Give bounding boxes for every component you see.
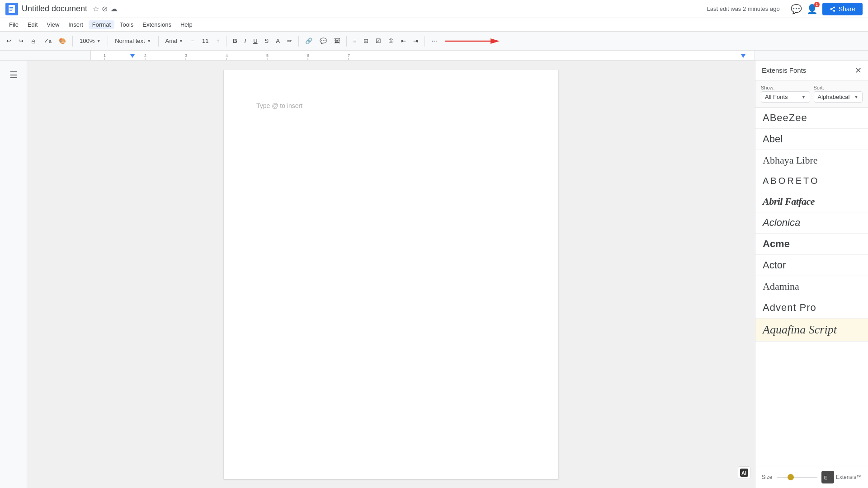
extensis-controls: Show: All Fonts ▼ Sort: Alphabetical ▼	[755, 80, 868, 108]
checklist-button[interactable]: ☑	[373, 36, 384, 46]
document-title[interactable]: Untitled document	[22, 4, 87, 14]
font-size-field[interactable]: 11	[199, 35, 212, 47]
comment-add-button[interactable]: 💬	[317, 36, 330, 46]
main-area: ☰ Type @ to insert AI Extensis Fonts ✕ S…	[0, 61, 868, 488]
sort-select[interactable]: Alphabetical ▼	[814, 91, 863, 103]
svg-text:6: 6	[307, 53, 309, 58]
extensis-footer: Size E Extensis™	[755, 466, 868, 488]
spell-check-button[interactable]: ✓a	[41, 36, 54, 46]
font-size-increase[interactable]: +	[214, 36, 223, 46]
redo-button[interactable]: ↪	[16, 36, 26, 46]
font-arrow: ▼	[179, 38, 184, 43]
document-placeholder: Type @ to insert	[256, 102, 526, 109]
menu-format[interactable]: Format	[89, 20, 114, 29]
font-item-aclonica[interactable]: Aclonica	[755, 212, 868, 234]
svg-text:4: 4	[226, 53, 228, 58]
sort-select-arrow: ▼	[854, 94, 859, 99]
svg-rect-3	[9, 10, 12, 11]
title-bar: Untitled document ☆ ⊘ ☁ Last edit was 2 …	[0, 0, 868, 18]
history-icon[interactable]: ⊘	[102, 5, 108, 13]
font-dropdown[interactable]: Arial ▼	[162, 35, 187, 47]
font-size-decrease[interactable]: −	[188, 36, 197, 46]
show-label: Show:	[761, 85, 810, 90]
separator-2	[108, 36, 108, 47]
font-item-acme[interactable]: Acme	[755, 234, 868, 255]
menu-insert[interactable]: Insert	[65, 20, 87, 29]
more-tools-button[interactable]: ⋯	[429, 36, 440, 46]
menu-file[interactable]: File	[5, 20, 22, 29]
style-dropdown[interactable]: Normal text ▼	[112, 35, 154, 47]
outline-icon[interactable]: ☰	[9, 70, 18, 80]
font-item-aboreto[interactable]: ABORETO	[755, 171, 868, 191]
svg-rect-1	[9, 7, 13, 8]
strikethrough-button[interactable]: S	[262, 36, 272, 46]
menu-tools[interactable]: Tools	[116, 20, 137, 29]
share-button[interactable]: Share	[822, 3, 863, 15]
underline-button[interactable]: U	[250, 36, 260, 46]
highlight-button[interactable]: ✏	[284, 36, 295, 46]
style-arrow: ▼	[147, 38, 151, 43]
align-button[interactable]: ≡	[350, 36, 359, 46]
extensis-fonts-panel: Extensis Fonts ✕ Show: All Fonts ▼ Sort:…	[755, 61, 868, 488]
assistant-icon[interactable]: AI	[738, 466, 750, 479]
document-area[interactable]: Type @ to insert AI	[27, 61, 755, 488]
print-button[interactable]: 🖨	[28, 36, 39, 46]
menu-help[interactable]: Help	[177, 20, 196, 29]
menu-bar: File Edit View Insert Format Tools Exten…	[0, 18, 868, 32]
font-item-abril-fatface[interactable]: Abril Fatface	[755, 191, 868, 212]
bullet-list-button[interactable]: ⊞	[361, 36, 371, 46]
menu-extensions[interactable]: Extensions	[139, 20, 175, 29]
link-button[interactable]: 🔗	[302, 36, 315, 46]
cloud-icon[interactable]: ☁	[110, 5, 118, 13]
font-item-abhaya-libre[interactable]: Abhaya Libre	[755, 150, 868, 171]
text-color-button[interactable]: A	[273, 36, 283, 46]
toolbar-arrow-indicator	[445, 36, 500, 47]
show-select-arrow: ▼	[802, 94, 806, 99]
last-edit-text: Last edit was 2 minutes ago	[707, 5, 779, 12]
menu-edit[interactable]: Edit	[24, 20, 41, 29]
document-page[interactable]: Type @ to insert	[224, 70, 558, 479]
separator-5	[298, 36, 299, 47]
svg-text:2: 2	[144, 53, 146, 58]
image-button[interactable]: 🖼	[331, 36, 343, 46]
svg-rect-2	[9, 9, 13, 9]
svg-text:AI: AI	[741, 470, 746, 476]
separator-3	[158, 36, 159, 47]
font-item-abeezee[interactable]: ABeeZee	[755, 108, 868, 129]
star-icon[interactable]: ☆	[93, 5, 99, 13]
svg-text:3: 3	[185, 53, 187, 58]
font-item-abel[interactable]: Abel	[755, 129, 868, 150]
extensis-close-button[interactable]: ✕	[855, 66, 862, 75]
size-slider-container	[777, 477, 816, 478]
extensis-logo: E Extensis™	[821, 471, 862, 483]
svg-marker-5	[491, 38, 500, 44]
comment-icon[interactable]: 💬	[791, 4, 802, 14]
title-action-icons: ☆ ⊘ ☁	[93, 5, 118, 13]
show-select[interactable]: All Fonts ▼	[761, 91, 810, 103]
left-sidebar: ☰	[0, 61, 27, 488]
svg-text:5: 5	[266, 53, 269, 58]
italic-button[interactable]: I	[242, 36, 249, 46]
show-control-group: Show: All Fonts ▼	[761, 85, 810, 103]
indent-increase-button[interactable]: ⇥	[410, 36, 421, 46]
undo-button[interactable]: ↩	[4, 36, 14, 46]
zoom-dropdown[interactable]: 100% ▼	[76, 35, 104, 47]
ruler-body: 1 2 3 4 5 6 7	[90, 51, 755, 60]
font-item-adamina[interactable]: Adamina	[755, 276, 868, 297]
size-slider[interactable]	[777, 477, 816, 478]
menu-view[interactable]: View	[43, 20, 63, 29]
paint-format-button[interactable]: 🎨	[56, 36, 69, 46]
font-item-actor[interactable]: Actor	[755, 255, 868, 276]
bold-button[interactable]: B	[230, 36, 240, 46]
separator-1	[72, 36, 73, 47]
font-item-aquafina-script[interactable]: Aquafina Script	[755, 319, 868, 342]
font-list: ABeeZeeAbelAbhaya LibreABORETOAbril Fatf…	[755, 108, 868, 466]
zoom-arrow: ▼	[96, 38, 101, 43]
extensis-panel-header: Extensis Fonts ✕	[755, 61, 868, 80]
google-docs-icon	[5, 3, 18, 15]
font-item-advent-pro[interactable]: Advent Pro	[755, 297, 868, 319]
indent-decrease-button[interactable]: ⇤	[398, 36, 409, 46]
extensis-panel-title: Extensis Fonts	[762, 66, 806, 74]
extensis-logo-icon: E	[821, 471, 834, 483]
numbered-list-button[interactable]: ①	[386, 36, 396, 46]
